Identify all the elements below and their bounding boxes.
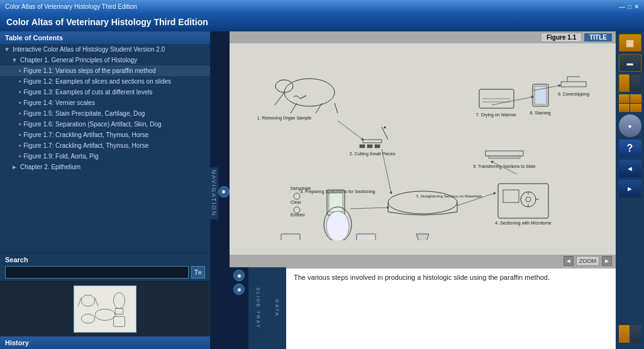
search-section: Search T≡	[0, 253, 210, 281]
circle-icon: ●	[628, 123, 631, 130]
svg-text:1. Removing Organ Sample: 1. Removing Organ Sample	[257, 116, 311, 121]
nav-button-1[interactable]: ◉	[218, 186, 230, 197]
toc-item[interactable]: ▼ Interactive Color Atlas of Histology S…	[0, 44, 210, 55]
zoom-in-button[interactable]: ►	[602, 256, 612, 266]
right-footer	[619, 344, 641, 346]
titlebar: Color Atlas of Veterinary Histology Thir…	[0, 0, 644, 13]
maximize-button[interactable]: □	[628, 3, 631, 10]
svg-marker-61	[416, 234, 429, 240]
svg-rect-21	[375, 145, 380, 148]
caption-text: The various steps involved in producing …	[294, 274, 550, 281]
slide-nav: ◉ ◉	[230, 267, 248, 349]
window-controls[interactable]: — □ ✕	[619, 3, 639, 10]
right-btn-1[interactable]: ▦	[619, 34, 641, 52]
search-button[interactable]: T≡	[191, 266, 205, 279]
slide-data-row: ◉ ◉ SLIDE TRAY DATA The various steps in…	[230, 267, 616, 349]
minimize-button[interactable]: —	[619, 3, 625, 10]
svg-rect-20	[367, 145, 372, 148]
toc-header: Table of Contents	[0, 31, 210, 44]
svg-text:3. Preparing Speicmens for Sec: 3. Preparing Speicmens for Sectioning	[300, 189, 375, 194]
svg-text:2. Cutting Small Pieces: 2. Cutting Small Pieces	[350, 152, 396, 157]
search-label: Search	[5, 256, 205, 263]
app-title: Color Altas of Veterinary Histology Thir…	[6, 17, 208, 27]
quad-3[interactable]	[619, 104, 630, 113]
thumbnail-area	[0, 281, 210, 336]
right-btn-prev[interactable]: ◄	[619, 160, 641, 177]
history-bar[interactable]: History	[0, 336, 210, 349]
bottom-split-left[interactable]	[619, 325, 630, 343]
right-btn-quad[interactable]	[619, 94, 641, 112]
svg-rect-36	[489, 156, 520, 158]
titlebar-title: Color Atlas of Veterinary Histology Thir…	[5, 3, 137, 10]
caption-area: The various steps involved in producing …	[286, 267, 616, 349]
center-content: Figure 1.1 TITLE 1. Removing Organ Sampl…	[230, 31, 616, 349]
svg-text:7. Drying on Warmer: 7. Drying on Warmer	[476, 113, 517, 118]
toc-item[interactable]: • Figure 1.2: Examples of slices and sec…	[0, 76, 210, 87]
svg-text:Clear: Clear	[291, 200, 301, 204]
zoom-label: ZOOM	[576, 256, 599, 266]
svg-text:4. Sectioning with Microtome: 4. Sectioning with Microtome	[495, 221, 552, 226]
figure-display[interactable]: 1. Removing Organ Sample 2. Cutting Smal…	[230, 43, 616, 255]
right-btn-circle[interactable]: ●	[619, 114, 641, 137]
right-btn-bottom-split[interactable]	[619, 325, 641, 343]
zoom-out-button[interactable]: ◄	[564, 256, 574, 266]
toc-item[interactable]: ► Chapter 2. Epithelium	[0, 162, 210, 172]
title-badge: TITLE	[584, 33, 612, 42]
slide-nav-button-1[interactable]: ◉	[233, 270, 245, 281]
svg-text:6. Transferring Sections to Sl: 6. Transferring Sections to Slide	[473, 164, 535, 169]
toc-item[interactable]: • Figure 1.6: Separation (Space) Artifac…	[0, 119, 210, 130]
toc-item[interactable]: • Figure 1.9: Fold, Aorta, Pig	[0, 151, 210, 162]
figure-label: Figure 1.1	[541, 33, 582, 42]
right-icon-2: ▬	[627, 60, 633, 67]
right-btn-2[interactable]: ▬	[619, 54, 641, 72]
thumbnail-image[interactable]	[74, 285, 136, 333]
nav-label[interactable]: NAVIGATION	[209, 167, 218, 219]
toc-list[interactable]: ▼ Interactive Color Atlas of Histology S…	[0, 44, 210, 253]
slide-nav-button-2[interactable]: ◉	[233, 284, 245, 295]
right-btn-split[interactable]	[619, 74, 641, 92]
prev-icon: ◄	[626, 165, 633, 172]
toc-item[interactable]: • Figure 1.5: Stain Precipitate, Cartila…	[0, 108, 210, 119]
toc-item[interactable]: • Figure 1.7: Crackling Artifact, Thymus…	[0, 140, 210, 151]
next-icon: ►	[626, 185, 633, 192]
svg-text:8. Staining: 8. Staining	[530, 111, 550, 116]
right-btn-question[interactable]: ?	[619, 140, 641, 157]
left-panel: Table of Contents ▼ Interactive Color At…	[0, 31, 211, 349]
svg-point-65	[326, 211, 349, 240]
quad-2[interactable]	[630, 94, 641, 103]
data-label[interactable]: DATA	[267, 267, 286, 349]
right-split-right[interactable]	[630, 74, 641, 92]
quad-4[interactable]	[630, 104, 641, 113]
svg-text:5. Straightening Sections on W: 5. Straightening Sections on Waterbath	[416, 194, 482, 198]
main-layout: Table of Contents ▼ Interactive Color At…	[0, 31, 644, 349]
toc-item[interactable]: ▼ Chapter 1. General Principles of Histo…	[0, 55, 210, 65]
right-panel: ▦ ▬ ● ? ◄ ►	[616, 31, 644, 349]
toc-item[interactable]: • Figure 1.7: Crackling Artifact, Thymus…	[0, 130, 210, 140]
app-header: Color Altas of Veterinary Histology Thir…	[0, 13, 644, 31]
search-input-row: T≡	[5, 266, 205, 279]
question-icon: ?	[627, 143, 633, 154]
figure-header: Figure 1.1 TITLE	[230, 31, 616, 43]
close-button[interactable]: ✕	[634, 3, 639, 10]
search-input[interactable]	[5, 266, 189, 279]
toc-item[interactable]: • Figure 1.1: Various steps of the paraf…	[0, 65, 210, 76]
quad-1[interactable]	[619, 94, 630, 103]
zoom-bar: ◄ ZOOM ►	[230, 255, 616, 267]
nav-strip: ◉ NAVIGATION	[211, 31, 230, 349]
bottom-split-right[interactable]	[630, 325, 641, 343]
search-icon: T≡	[194, 269, 202, 276]
right-icon-1: ▦	[626, 38, 634, 48]
right-btn-next[interactable]: ►	[619, 180, 641, 197]
right-split-left[interactable]	[619, 74, 630, 92]
toc-scroll-container: ▼ Interactive Color Atlas of Histology S…	[0, 44, 210, 253]
svg-text:Embed: Embed	[291, 213, 304, 217]
svg-rect-19	[360, 145, 365, 148]
svg-rect-58	[357, 234, 375, 240]
slide-tray-label[interactable]: SLIDE TRAY	[248, 267, 267, 349]
toc-item[interactable]: • Figure 1.3: Examples of cuts at differ…	[0, 87, 210, 97]
svg-text:9. Coverslipping: 9. Coverslipping	[558, 92, 589, 97]
toc-item[interactable]: • Figure 1.4: Vernier scales	[0, 97, 210, 108]
